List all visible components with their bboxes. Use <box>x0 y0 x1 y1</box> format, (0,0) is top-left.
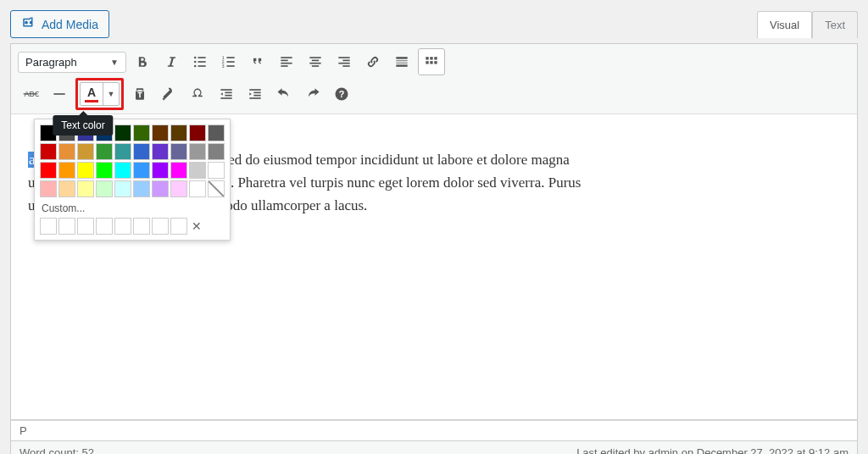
numbered-list-button[interactable]: 123 <box>216 49 242 75</box>
toolbar-toggle-button[interactable] <box>418 48 445 75</box>
color-swatch[interactable] <box>114 143 131 160</box>
color-swatch[interactable] <box>40 143 57 160</box>
svg-rect-4 <box>198 61 206 63</box>
color-swatch[interactable] <box>40 162 57 179</box>
redo-button[interactable] <box>300 81 326 107</box>
format-select[interactable]: Paragraph ▼ <box>18 52 126 73</box>
blockquote-button[interactable] <box>245 49 270 75</box>
paste-as-text-button[interactable] <box>127 81 153 107</box>
color-swatch[interactable] <box>58 143 75 160</box>
indent-button[interactable] <box>242 81 268 107</box>
custom-color-button[interactable]: Custom... <box>40 197 225 218</box>
align-left-button[interactable] <box>274 49 299 75</box>
color-picker-panel: Custom... ✕ <box>34 119 231 241</box>
color-swatch[interactable] <box>114 162 131 179</box>
color-swatch[interactable] <box>189 162 206 179</box>
color-swatch[interactable] <box>40 180 57 197</box>
color-swatch[interactable] <box>77 180 94 197</box>
color-swatch[interactable] <box>189 180 206 197</box>
color-swatch[interactable] <box>77 162 94 179</box>
svg-rect-27 <box>396 64 407 67</box>
svg-rect-30 <box>434 57 437 59</box>
color-swatch[interactable] <box>170 125 187 141</box>
color-swatch[interactable] <box>170 180 187 197</box>
svg-rect-3 <box>198 57 206 58</box>
color-swatch[interactable] <box>189 143 206 160</box>
text-color-button[interactable]: A ▼ <box>80 82 120 106</box>
bold-button[interactable] <box>130 49 155 75</box>
recent-swatch[interactable] <box>58 218 75 235</box>
italic-button[interactable] <box>159 49 184 75</box>
recent-swatch[interactable] <box>114 218 131 235</box>
svg-point-1 <box>194 61 197 64</box>
text-color-tooltip: Text color <box>53 115 113 136</box>
bullet-list-button[interactable] <box>187 49 213 75</box>
recent-swatch[interactable] <box>152 218 169 235</box>
svg-rect-36 <box>53 93 64 95</box>
svg-point-0 <box>194 57 197 59</box>
color-swatch[interactable] <box>152 125 169 141</box>
color-swatch[interactable] <box>58 162 75 179</box>
color-swatch[interactable] <box>133 143 150 160</box>
svg-rect-5 <box>198 65 206 67</box>
recent-swatch[interactable] <box>133 218 150 235</box>
color-swatch[interactable] <box>170 162 187 179</box>
no-color-button[interactable]: ✕ <box>189 219 204 234</box>
color-swatch[interactable] <box>152 143 169 160</box>
color-swatch[interactable] <box>77 143 94 160</box>
color-swatch[interactable] <box>58 180 75 197</box>
recent-swatch[interactable] <box>40 218 57 235</box>
color-swatch[interactable] <box>189 125 206 141</box>
color-swatch[interactable] <box>208 162 225 179</box>
color-swatch[interactable] <box>152 162 169 179</box>
recent-swatch[interactable] <box>77 218 94 235</box>
svg-rect-13 <box>281 60 287 62</box>
svg-rect-17 <box>312 60 319 62</box>
svg-rect-37 <box>220 89 231 91</box>
color-swatch[interactable] <box>96 180 113 197</box>
color-swatch[interactable] <box>208 125 225 141</box>
svg-rect-15 <box>281 65 287 67</box>
svg-rect-20 <box>338 57 349 58</box>
element-path[interactable]: P <box>19 424 27 437</box>
horizontal-rule-button[interactable] <box>47 81 72 107</box>
color-swatch[interactable] <box>114 125 131 141</box>
help-button[interactable]: ? <box>329 81 354 107</box>
color-swatch[interactable] <box>133 162 150 179</box>
color-swatch[interactable] <box>152 180 169 197</box>
svg-rect-28 <box>426 57 428 59</box>
color-swatch[interactable] <box>96 143 113 160</box>
color-swatch[interactable] <box>208 180 225 197</box>
text-color-dropdown[interactable]: ▼ <box>103 83 119 105</box>
recent-swatch[interactable] <box>170 218 187 235</box>
svg-point-2 <box>194 65 197 68</box>
svg-rect-31 <box>426 61 428 64</box>
svg-rect-38 <box>225 92 231 94</box>
read-more-button[interactable] <box>389 49 415 75</box>
svg-rect-35 <box>24 93 38 94</box>
tab-visual[interactable]: Visual <box>757 11 812 38</box>
color-swatch[interactable] <box>170 143 187 160</box>
element-path-bar: P <box>10 420 858 441</box>
special-character-button[interactable] <box>185 81 210 107</box>
add-media-button[interactable]: Add Media <box>10 10 109 38</box>
color-swatch[interactable] <box>208 143 225 160</box>
color-swatch[interactable] <box>96 162 113 179</box>
svg-rect-40 <box>220 97 231 99</box>
strikethrough-button[interactable]: ABC <box>18 81 43 107</box>
align-center-button[interactable] <box>303 49 328 75</box>
align-right-button[interactable] <box>331 49 357 75</box>
text-color-a-icon: A <box>87 86 96 98</box>
color-swatch[interactable] <box>114 180 131 197</box>
recent-swatch[interactable] <box>96 218 113 235</box>
tab-text[interactable]: Text <box>812 11 858 38</box>
link-button[interactable] <box>360 49 386 75</box>
color-swatch[interactable] <box>133 125 150 141</box>
color-swatch[interactable] <box>133 180 150 197</box>
svg-rect-26 <box>396 63 407 64</box>
svg-rect-19 <box>312 65 319 67</box>
undo-button[interactable] <box>271 81 297 107</box>
outdent-button[interactable] <box>214 81 239 107</box>
svg-text:?: ? <box>339 89 345 99</box>
clear-formatting-button[interactable] <box>156 81 181 107</box>
